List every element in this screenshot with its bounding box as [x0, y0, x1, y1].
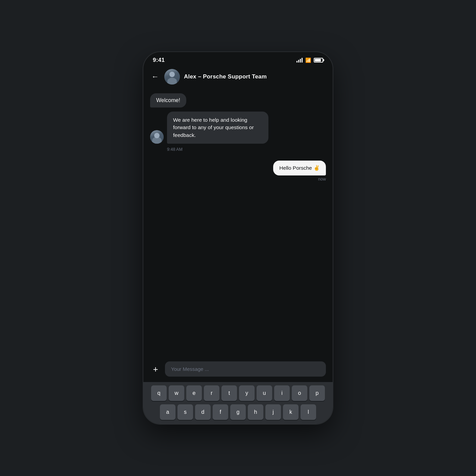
bubble-sent: Hello Porsche ✌️ — [273, 161, 326, 175]
key-y[interactable]: y — [239, 385, 255, 401]
battery-icon — [314, 58, 323, 63]
bubble-welcome: Welcome! — [150, 93, 186, 108]
key-k[interactable]: k — [283, 404, 299, 420]
message-group-sent: Hello Porsche ✌️ now — [150, 161, 326, 182]
key-q[interactable]: q — [151, 385, 167, 401]
key-i[interactable]: i — [274, 385, 290, 401]
chat-header: ← Alex – Porsche Support Team — [143, 66, 333, 90]
add-button[interactable]: + — [150, 364, 161, 375]
key-e[interactable]: e — [186, 385, 202, 401]
key-d[interactable]: d — [195, 404, 211, 420]
message-group-welcome: Welcome! — [150, 93, 326, 108]
key-r[interactable]: r — [204, 385, 219, 401]
key-u[interactable]: u — [257, 385, 272, 401]
key-w[interactable]: w — [169, 385, 184, 401]
key-p[interactable]: p — [309, 385, 325, 401]
status-icons: 📶 — [296, 57, 323, 63]
message-group-support: We are here to help and looking forward … — [150, 110, 326, 152]
key-t[interactable]: t — [221, 385, 237, 401]
avatar — [164, 69, 180, 85]
key-o[interactable]: o — [292, 385, 307, 401]
key-j[interactable]: j — [265, 404, 281, 420]
wifi-icon: 📶 — [305, 57, 311, 63]
sent-timestamp: now — [318, 177, 326, 182]
key-l[interactable]: l — [301, 404, 316, 420]
keyboard-row-1: q w e r t y u i o p — [145, 385, 331, 401]
support-avatar — [150, 130, 164, 144]
key-f[interactable]: f — [213, 404, 228, 420]
key-s[interactable]: s — [177, 404, 193, 420]
chat-title: Alex – Porsche Support Team — [184, 73, 267, 80]
back-button[interactable]: ← — [150, 72, 160, 82]
received-timestamp: 9:48 AM — [167, 147, 183, 152]
phone-frame: 9:41 📶 ← Alex – Porsche Support Team Wel… — [143, 52, 333, 424]
message-input[interactable] — [165, 361, 326, 377]
input-area: + — [143, 357, 333, 382]
key-h[interactable]: h — [248, 404, 263, 420]
signal-icon — [296, 58, 303, 63]
messages-area: Welcome! We are here to help and looking… — [143, 90, 333, 357]
keyboard-row-2: a s d f g h j k l — [145, 404, 331, 420]
keyboard: q w e r t y u i o p a s d f g h j k l — [143, 382, 333, 424]
key-g[interactable]: g — [230, 404, 246, 420]
status-bar: 9:41 📶 — [143, 52, 333, 66]
bubble-received: We are here to help and looking forward … — [167, 112, 268, 144]
key-a[interactable]: a — [160, 404, 175, 420]
status-time: 9:41 — [153, 57, 165, 64]
